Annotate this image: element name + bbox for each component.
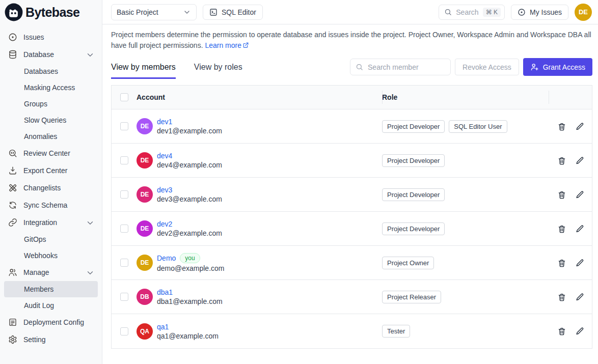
row-checkbox[interactable]	[120, 156, 128, 164]
account-cell: DB dba1 dba1@example.com	[137, 288, 382, 305]
sidebar-item-slow-queries[interactable]: Slow Queries	[4, 112, 98, 128]
sidebar-item-webhooks[interactable]: Webhooks	[4, 247, 98, 264]
sidebar-item-gitops[interactable]: GitOps	[4, 231, 98, 247]
table-row: DE dev4 dev4@example.com Project Develop…	[112, 144, 592, 178]
app-window: Bytebase IssuesDatabaseDatabasesMasking …	[0, 0, 598, 364]
role-cell: Project DeveloperSQL Editor User	[382, 109, 549, 143]
row-checkbox[interactable]	[120, 293, 128, 301]
role-badge: Project Developer	[382, 120, 445, 133]
sidebar-item-manage[interactable]: Manage	[4, 264, 98, 281]
row-checkbox-cell	[112, 225, 137, 233]
sidebar-item-label: Export Center	[23, 166, 67, 175]
table-row: DE dev3 dev3@example.com Project Develop…	[112, 178, 592, 212]
sidebar-item-label: Changelists	[23, 184, 61, 192]
delete-member-button[interactable]	[557, 122, 566, 131]
circle-dot-icon	[8, 33, 17, 42]
sidebar-item-masking-access[interactable]: Masking Access	[4, 79, 98, 96]
delete-member-button[interactable]	[557, 327, 566, 335]
sidebar-item-audit-log[interactable]: Audit Log	[4, 297, 98, 314]
sidebar-item-deployment-config[interactable]: Deployment Config	[4, 314, 98, 331]
row-checkbox[interactable]	[120, 259, 128, 267]
tab-view-by-members[interactable]: View by members	[111, 63, 176, 79]
brand-logo[interactable]: Bytebase	[0, 0, 102, 24]
sidebar-item-export-center[interactable]: Export Center	[4, 162, 98, 179]
row-checkbox[interactable]	[120, 122, 128, 130]
row-checkbox-cell	[112, 259, 137, 267]
chevron-down-icon	[183, 8, 191, 16]
member-name-link[interactable]: dev4	[157, 152, 172, 160]
learn-more-link[interactable]: Learn more	[205, 41, 249, 49]
delete-member-button[interactable]	[557, 156, 566, 165]
sidebar-item-issues[interactable]: Issues	[4, 29, 98, 46]
user-avatar[interactable]: DE	[575, 4, 592, 21]
delete-member-button[interactable]	[557, 293, 566, 301]
member-name-link[interactable]: dev2	[157, 220, 172, 228]
delete-member-button[interactable]	[557, 259, 566, 267]
sidebar-item-databases[interactable]: Databases	[4, 63, 98, 79]
code-search-icon	[8, 149, 17, 158]
select-all-checkbox[interactable]	[120, 93, 128, 101]
actions-cell	[549, 314, 592, 348]
sidebar-item-review-center[interactable]: Review Center	[4, 145, 98, 162]
my-issues-label: My Issues	[530, 8, 562, 16]
sidebar-item-label: Anomalies	[24, 132, 57, 141]
member-email: dev3@example.com	[157, 195, 222, 203]
member-name-link[interactable]: dev1	[157, 118, 172, 126]
edit-member-button[interactable]	[575, 293, 584, 301]
sidebar-item-setting[interactable]: Setting	[4, 331, 98, 348]
avatar: DE	[137, 220, 153, 237]
delete-member-button[interactable]	[557, 225, 566, 233]
sidebar-item-members[interactable]: Members	[4, 281, 98, 297]
edit-member-button[interactable]	[575, 122, 584, 131]
account-cell: QA qa1 qa1@example.com	[137, 323, 382, 340]
row-checkbox[interactable]	[120, 327, 128, 335]
pencil-icon	[575, 293, 584, 302]
sidebar-item-changelists[interactable]: Changelists	[4, 179, 98, 197]
sidebar-item-sync-schema[interactable]: Sync Schema	[4, 197, 98, 214]
sidebar-item-database[interactable]: Database	[4, 46, 98, 63]
sidebar-item-anomalies[interactable]: Anomalies	[4, 128, 98, 145]
learn-more-label: Learn more	[205, 41, 241, 49]
member-search-input[interactable]	[367, 63, 445, 72]
table-row: DB dba1 dba1@example.com Project Release…	[112, 280, 592, 314]
edit-member-button[interactable]	[575, 225, 584, 233]
account-column-header: Account	[137, 93, 382, 101]
row-checkbox[interactable]	[120, 225, 128, 233]
member-name-link[interactable]: dba1	[157, 288, 173, 296]
member-name-link[interactable]: qa1	[157, 323, 169, 331]
controls-row: View by membersView by roles Revoke Acce…	[111, 58, 592, 79]
global-search-button[interactable]: Search ⌘ K	[439, 5, 505, 20]
trash-icon	[557, 190, 566, 200]
role-cell: Project Releaser	[382, 280, 549, 314]
sql-editor-button[interactable]: SQL Editor	[203, 5, 263, 20]
grant-access-button[interactable]: Grant Access	[523, 58, 592, 76]
project-select-value: Basic Project	[117, 8, 158, 16]
member-name-link[interactable]: Demo	[157, 254, 176, 262]
sql-editor-label: SQL Editor	[222, 8, 256, 16]
member-search-box	[350, 59, 451, 75]
my-issues-button[interactable]: My Issues	[511, 5, 568, 20]
member-email: dba1@example.com	[157, 297, 223, 305]
sidebar: Bytebase IssuesDatabaseDatabasesMasking …	[0, 0, 102, 364]
sidebar-item-groups[interactable]: Groups	[4, 96, 98, 112]
edit-member-button[interactable]	[575, 259, 584, 267]
row-checkbox-cell	[112, 122, 137, 130]
download-icon	[8, 166, 17, 175]
actions-cell	[549, 280, 592, 314]
member-name-link[interactable]: dev3	[157, 186, 172, 194]
edit-member-button[interactable]	[575, 327, 584, 335]
avatar: DE	[137, 186, 153, 203]
delete-member-button[interactable]	[557, 190, 566, 199]
chevron-down-icon	[86, 268, 94, 276]
row-checkbox[interactable]	[120, 190, 128, 199]
revoke-access-button[interactable]: Revoke Access	[455, 59, 519, 75]
tab-view-by-roles[interactable]: View by roles	[194, 63, 242, 79]
sidebar-nav: IssuesDatabaseDatabasesMasking AccessGro…	[0, 24, 102, 348]
view-tabs: View by membersView by roles	[111, 63, 242, 79]
global-search-label: Search	[456, 8, 478, 16]
edit-member-button[interactable]	[575, 156, 584, 165]
project-select[interactable]: Basic Project	[111, 4, 197, 20]
edit-member-button[interactable]	[575, 190, 584, 199]
header-checkbox-cell	[112, 93, 137, 101]
sidebar-item-integration[interactable]: Integration	[4, 214, 98, 231]
